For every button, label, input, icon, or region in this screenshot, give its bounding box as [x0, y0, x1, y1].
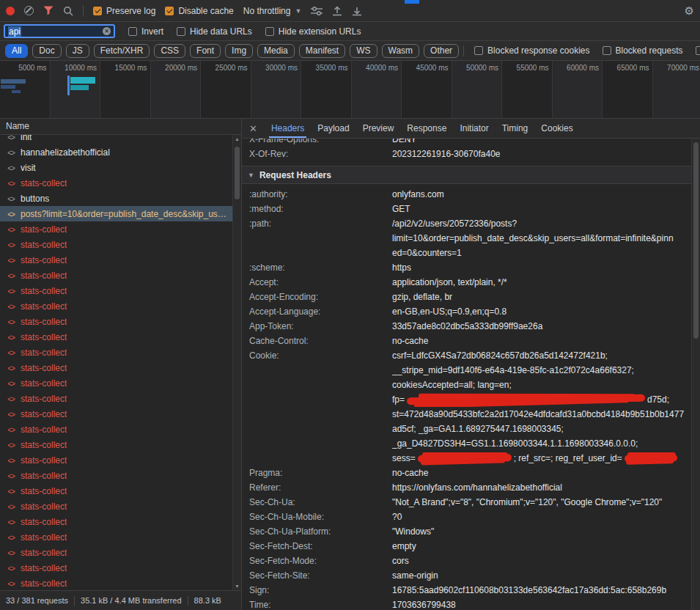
request-row[interactable]: stats-collect	[0, 360, 241, 375]
header-value: https://onlyfans.com/hannahelizabethoffi…	[392, 480, 700, 495]
request-row[interactable]: init	[0, 135, 241, 144]
request-name: stats-collect	[21, 425, 67, 435]
close-icon[interactable]: ✕	[249, 123, 257, 134]
header-row: X-Frame-Options:DENY	[249, 139, 700, 147]
name-column-header[interactable]: Name	[0, 119, 241, 135]
type-filter-ws[interactable]: WS	[350, 44, 377, 58]
clear-network-log-button[interactable]	[24, 6, 34, 15]
throttling-select[interactable]: No throttling ▼	[243, 6, 302, 16]
header-value: ?0	[392, 510, 700, 524]
request-row[interactable]: stats-collect	[0, 560, 241, 576]
type-filter-all[interactable]: All	[5, 44, 28, 58]
request-row[interactable]: stats-collect	[0, 314, 241, 329]
request-row[interactable]: buttons	[0, 191, 241, 206]
type-filter-wasm[interactable]: Wasm	[382, 44, 420, 58]
checkbox-unchecked	[474, 46, 483, 55]
checkbox-unchecked	[128, 27, 137, 36]
request-row[interactable]: stats-collect	[0, 576, 241, 590]
checkbox-unchecked	[177, 27, 185, 36]
request-row[interactable]: stats-collect	[0, 268, 241, 283]
request-row[interactable]: stats-collect	[0, 545, 241, 560]
request-row[interactable]: stats-collect	[0, 283, 241, 298]
request-name: buttons	[21, 194, 49, 204]
request-row[interactable]: stats-collect	[0, 391, 241, 406]
tab-timing[interactable]: Timing	[495, 119, 535, 138]
header-row: Referer:https://onlyfans.com/hannaheliza…	[249, 480, 700, 495]
request-row[interactable]: stats-collect	[0, 237, 241, 252]
record-button[interactable]	[6, 7, 15, 15]
request-row[interactable]: stats-collect	[0, 452, 241, 468]
type-filter-fetch-xhr[interactable]: Fetch/XHR	[94, 44, 150, 58]
filter-input[interactable]: api ✕	[4, 24, 115, 38]
tab-response[interactable]: Response	[400, 119, 453, 138]
settings-gear-icon[interactable]: ⚙	[685, 5, 694, 16]
request-row[interactable]: stats-collect	[0, 406, 241, 422]
request-row[interactable]: stats-collect	[0, 499, 241, 514]
search-icon[interactable]	[63, 6, 73, 16]
request-name: stats-collect	[21, 471, 67, 481]
tab-cookies[interactable]: Cookies	[534, 119, 579, 138]
blocked-requests-checkbox[interactable]: Blocked requests	[603, 45, 683, 56]
request-row[interactable]: stats-collect	[0, 375, 241, 391]
clear-filter-icon[interactable]: ✕	[103, 27, 111, 35]
filter-toggle-icon[interactable]	[43, 6, 54, 15]
request-row[interactable]: stats-collect	[0, 529, 241, 545]
request-row[interactable]: stats-collect	[0, 422, 241, 437]
scroll-down-icon[interactable]: ▼	[233, 584, 241, 589]
script-file-icon	[6, 378, 16, 389]
import-har-icon[interactable]	[332, 6, 342, 16]
tab-initiator[interactable]: Initiator	[453, 119, 495, 138]
hide-data-urls-checkbox[interactable]: Hide data URLs	[177, 26, 252, 37]
scrollbar-thumb[interactable]	[693, 142, 699, 339]
scroll-up-icon[interactable]: ▲	[233, 136, 241, 142]
header-name: :authority:	[249, 187, 392, 202]
invert-checkbox[interactable]: Invert	[128, 26, 163, 37]
disable-cache-checkbox[interactable]: Disable cache	[165, 6, 233, 16]
type-filter-manifest[interactable]: Manifest	[299, 44, 345, 58]
request-row[interactable]: stats-collect	[0, 329, 241, 345]
request-row[interactable]: stats-collect	[0, 298, 241, 314]
tab-preview[interactable]: Preview	[356, 119, 401, 138]
tab-payload[interactable]: Payload	[311, 119, 355, 138]
request-row[interactable]: stats-collect	[0, 437, 241, 452]
request-name: stats-collect	[21, 394, 67, 404]
type-filter-media[interactable]: Media	[257, 44, 295, 58]
scrollbar-thumb[interactable]	[235, 147, 240, 199]
hide-extension-urls-checkbox[interactable]: Hide extension URLs	[265, 26, 361, 37]
3rd-party-requests-checkbox[interactable]: 3rd-party requests	[696, 45, 700, 56]
request-row[interactable]: stats-collect	[0, 483, 241, 499]
type-filter-js[interactable]: JS	[66, 44, 89, 58]
header-row: Sec-Fetch-Mode:cors	[249, 554, 700, 568]
type-filter-doc[interactable]: Doc	[32, 44, 61, 58]
script-file-icon	[6, 348, 16, 358]
tab-headers[interactable]: Headers	[265, 119, 311, 138]
request-row[interactable]: stats-collect	[0, 252, 241, 268]
request-row[interactable]: stats-collect	[0, 468, 241, 483]
detail-scrollbar[interactable]	[691, 139, 700, 610]
request-row[interactable]: stats-collect	[0, 514, 241, 529]
blocked-response-cookies-checkbox[interactable]: Blocked response cookies	[474, 45, 589, 56]
script-file-icon	[6, 471, 16, 481]
type-filter-img[interactable]: Img	[225, 44, 253, 58]
header-name: :method:	[249, 202, 392, 216]
request-row[interactable]: stats-collect	[0, 345, 241, 360]
request-row[interactable]: stats-collect	[0, 175, 241, 191]
export-har-icon[interactable]	[352, 6, 362, 16]
timeline-overview[interactable]: 5000 ms10000 ms15000 ms20000 ms25000 ms3…	[0, 61, 700, 119]
request-name: hannahelizabethofficial	[21, 147, 110, 158]
type-filter-other[interactable]: Other	[424, 44, 459, 58]
header-name: Sec-Ch-Ua-Mobile:	[249, 510, 392, 524]
request-row[interactable]: posts?limit=10&order=publish_date_desc&s…	[0, 206, 241, 221]
network-conditions-icon[interactable]	[311, 6, 323, 16]
request-headers-section[interactable]: ▼ Request Headers	[242, 166, 700, 184]
type-filter-font[interactable]: Font	[190, 44, 221, 58]
preserve-log-checkbox[interactable]: Preserve log	[93, 6, 155, 16]
request-row[interactable]: visit	[0, 160, 241, 175]
request-row[interactable]: stats-collect	[0, 221, 241, 237]
header-name: Cookie:	[249, 348, 392, 466]
header-name: Accept-Language:	[249, 304, 392, 319]
type-filter-css[interactable]: CSS	[154, 44, 185, 58]
request-row[interactable]: hannahelizabethofficial	[0, 144, 241, 160]
request-list-scrollbar[interactable]: ▲ ▼	[232, 135, 241, 590]
request-name: stats-collect	[21, 578, 67, 589]
